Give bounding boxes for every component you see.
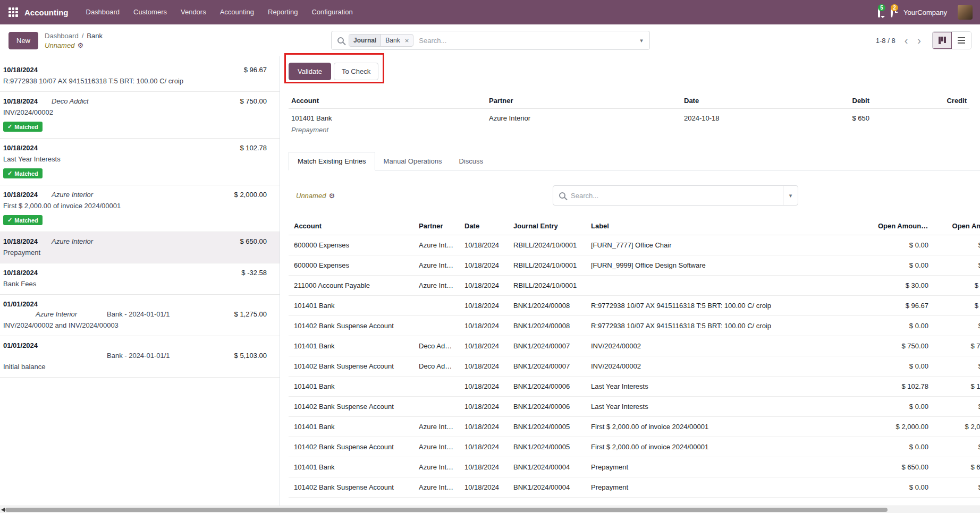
entry-journal-entry: BNK1/2024/00006 (508, 377, 586, 397)
pager-previous-icon[interactable]: ‹ (900, 35, 913, 46)
entry-date: 10/18/2024 (459, 377, 508, 397)
entry-open-amount-currency: $ 0.00 (873, 316, 934, 336)
entry-account: 101402 Bank Suspense Account (289, 477, 413, 498)
entry-partner (413, 397, 459, 417)
line-amount: $ 102.78 (240, 144, 267, 152)
reconcile-record-name: Unnamed ⚙ (296, 192, 335, 200)
line-label: INV/2024/00002 (3, 108, 267, 116)
statement-line-3[interactable]: 10/18/2024$ 102.78Last Year Interests✓Ma… (0, 139, 280, 185)
entry-row-3[interactable]: 211000 Account PayableAzure Interior10/1… (289, 276, 980, 296)
menu-customers[interactable]: Customers (126, 0, 174, 24)
entry-date: 10/18/2024 (459, 397, 508, 417)
line-date: 01/01/2024 (3, 300, 38, 308)
pager-value[interactable]: 1-8 / 8 (876, 37, 895, 45)
breadcrumb-dashboard[interactable]: Dashboard (45, 32, 79, 40)
reconcile-record-name-text: Unnamed (296, 192, 326, 200)
entry-account: 101401 Bank (289, 417, 413, 437)
line-label: R:9772938 10/07 AX 9415116318 T:5 BRT: 1… (3, 77, 267, 85)
entry-row-2[interactable]: 600000 ExpensesAzure Interior10/18/2024R… (289, 255, 980, 276)
entry-open-amount: $ 0.00 (934, 255, 980, 276)
tab-match-existing-entries[interactable]: Match Existing Entries (289, 152, 375, 170)
entry-date: 10/18/2024 (459, 457, 508, 477)
view-switcher (932, 31, 971, 49)
entry-open-amount: $ 2,000.00 (934, 417, 980, 437)
line-label: INV/2024/00002 and INV/2024/00003 (3, 321, 267, 329)
statement-line-5[interactable]: 10/18/2024Azure Interior$ 650.00Prepayme… (0, 232, 280, 263)
line-date: 10/18/2024 (3, 97, 38, 105)
pager-next-icon[interactable]: › (913, 35, 926, 46)
activities-icon[interactable]: 2 (891, 8, 893, 16)
facet-remove-icon[interactable]: × (403, 35, 413, 46)
statement-line-7[interactable]: 01/01/2024Azure InteriorBank - 2024-01-0… (0, 295, 280, 336)
check-icon: ✓ (7, 217, 12, 224)
record-name: Unnamed ⚙ (45, 41, 103, 49)
messages-badge: 5 (878, 4, 885, 11)
entries-header-open-amount-in-currency: Open Amount In Currency (873, 217, 934, 235)
to-check-button[interactable]: To Check (334, 63, 378, 80)
pager-and-views: 1-8 / 8 ‹ › (876, 31, 971, 49)
entry-row-9[interactable]: 101402 Bank Suspense Account10/18/2024BN… (289, 397, 980, 417)
entry-open-amount-currency: $ 0.00 (873, 437, 934, 457)
tab-discuss[interactable]: Discuss (450, 152, 492, 170)
gear-icon[interactable]: ⚙ (328, 192, 335, 199)
statement-line-8[interactable]: 01/01/2024Bank - 2024-01-01/1$ 5,103.00I… (0, 336, 280, 378)
entry-row-13[interactable]: 101402 Bank Suspense AccountAzure Interi… (289, 477, 980, 498)
entry-open-amount-currency: $ 650.00 (873, 457, 934, 477)
menu-accounting[interactable]: Accounting (213, 0, 261, 24)
search-facet: Journal Bank × (349, 34, 413, 47)
scrollbar-thumb[interactable] (5, 508, 888, 512)
messages-icon[interactable]: 5 (878, 8, 880, 16)
kanban-view-button[interactable] (933, 32, 952, 49)
line-partner: Azure Interior (52, 191, 93, 199)
entry-open-amount: $ 0.00 (934, 397, 980, 417)
entry-partner: Azure Interior (413, 255, 459, 276)
entry-row-7[interactable]: 101402 Bank Suspense AccountDeco Addict1… (289, 356, 980, 377)
facet-label: Journal (349, 35, 381, 46)
entry-label: First $ 2,000.00 of invoice 2024/00001 (586, 417, 873, 437)
menu-configuration[interactable]: Configuration (305, 0, 359, 24)
entries-search-dropdown-icon[interactable]: ▾ (783, 186, 798, 205)
search-dropdown-icon[interactable]: ▾ (633, 31, 649, 49)
entry-journal-entry: RBILL/2024/10/0001 (508, 276, 586, 296)
entry-open-amount: $ 750.00 (934, 336, 980, 356)
menu-reporting[interactable]: Reporting (261, 0, 305, 24)
systray: 5 2 YourCompany (878, 5, 973, 20)
entry-label: INV/2024/00002 (586, 356, 873, 377)
menu-vendors[interactable]: Vendors (174, 0, 213, 24)
entry-row-6[interactable]: 101401 BankDeco Addict10/18/2024BNK1/202… (289, 336, 980, 356)
scrollbar-left-arrow-icon[interactable] (1, 508, 5, 512)
search-icon (337, 37, 344, 44)
statement-line-4[interactable]: 10/18/2024Azure Interior$ 2,000.00First … (0, 185, 280, 232)
entry-row-1[interactable]: 600000 ExpensesAzure Interior10/18/2024R… (289, 235, 980, 255)
entry-journal-entry: BNK1/2024/00005 (508, 417, 586, 437)
search-input[interactable] (413, 37, 633, 45)
entry-row-8[interactable]: 101401 Bank10/18/2024BNK1/2024/00006Last… (289, 377, 980, 397)
list-view-button[interactable] (952, 32, 971, 49)
menu-dashboard[interactable]: Dashboard (79, 0, 127, 24)
entry-row-11[interactable]: 101402 Bank Suspense AccountAzure Interi… (289, 437, 980, 457)
entries-search-input[interactable] (565, 192, 783, 200)
entry-row-4[interactable]: 101401 Bank10/18/2024BNK1/2024/00008R:97… (289, 296, 980, 316)
line-date: 10/18/2024 (3, 191, 38, 199)
entry-label: Last Year Interests (586, 377, 873, 397)
user-avatar[interactable] (958, 5, 973, 20)
entry-account: 101402 Bank Suspense Account (289, 316, 413, 336)
entry-row-10[interactable]: 101401 BankAzure Interior10/18/2024BNK1/… (289, 417, 980, 437)
validate-button[interactable]: Validate (289, 63, 331, 80)
entry-date: 10/18/2024 (459, 296, 508, 316)
statement-line-2[interactable]: 10/18/2024Deco Addict$ 750.00INV/2024/00… (0, 92, 280, 139)
tab-manual-operations[interactable]: Manual Operations (375, 152, 451, 170)
entry-row-5[interactable]: 101402 Bank Suspense Account10/18/2024BN… (289, 316, 980, 336)
apps-grid-icon[interactable] (9, 7, 18, 17)
breadcrumb-current: Bank (87, 32, 103, 40)
entry-row-12[interactable]: 101401 BankAzure Interior10/18/2024BNK1/… (289, 457, 980, 477)
new-button[interactable]: New (9, 32, 38, 49)
statement-line-1[interactable]: 10/18/2024$ 96.67R:9772938 10/07 AX 9415… (0, 61, 280, 92)
details-header-account: Account (289, 93, 486, 109)
gear-icon[interactable]: ⚙ (77, 42, 83, 49)
entry-partner: Azure Interior (413, 457, 459, 477)
matched-badge: ✓Matched (3, 168, 43, 178)
statement-line-6[interactable]: 10/18/2024$ -32.58Bank Fees (0, 263, 280, 295)
company-name[interactable]: YourCompany (903, 8, 947, 16)
line-label: Last Year Interests (3, 155, 267, 163)
